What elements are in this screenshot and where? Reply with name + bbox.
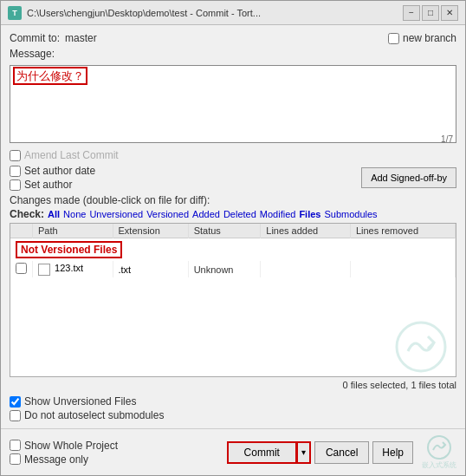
do-not-autoselect-checkbox[interactable]	[10, 410, 21, 421]
app-icon: T	[8, 6, 22, 20]
filter-submodules[interactable]: Submodules	[324, 209, 377, 219]
show-whole-project-checkbox[interactable]	[10, 440, 21, 451]
window-controls: − □ ✕	[403, 5, 458, 21]
amend-label: Amend Last Commit	[24, 149, 119, 161]
file-checkbox[interactable]	[16, 263, 27, 274]
row-status: Unknown	[188, 261, 261, 277]
minimize-button[interactable]: −	[403, 5, 420, 21]
check-label: Check:	[10, 208, 44, 220]
commit-btn-group: Commit ▾	[227, 441, 311, 464]
changes-title: Changes made (double-click on file for d…	[10, 194, 456, 206]
commit-to-row: Commit to: master new branch	[10, 32, 456, 44]
footer-left: Show Whole Project Message only	[10, 440, 222, 466]
help-button[interactable]: Help	[372, 441, 413, 464]
message-only-label: Message only	[24, 453, 88, 466]
not-versioned-label: Not Versioned Files	[16, 241, 122, 258]
dropdown-arrow: ▾	[301, 447, 306, 457]
set-author-date-checkbox[interactable]	[10, 166, 21, 177]
form-content: Commit to: master new branch Message: 为什…	[1, 25, 465, 428]
not-versioned-header: Not Versioned Files	[10, 238, 456, 262]
add-signed-off-button[interactable]: Add Signed-off-by	[361, 167, 456, 188]
window-title: C:\Users\chengjun\Desktop\demo\test - Co…	[27, 8, 403, 18]
show-unversioned-checkbox[interactable]	[10, 396, 21, 408]
filter-files[interactable]: Files	[299, 209, 320, 219]
amend-checkbox[interactable]	[10, 150, 21, 161]
changes-section: Changes made (double-click on file for d…	[10, 194, 456, 390]
files-summary: 0 files selected, 1 files total	[343, 380, 456, 390]
do-not-autoselect-row: Do not autoselect submodules	[10, 409, 456, 421]
cancel-button[interactable]: Cancel	[314, 441, 369, 464]
show-unversioned-row: Show Unversioned Files	[10, 395, 456, 408]
filter-deleted[interactable]: Deleted	[223, 209, 256, 219]
row-extension: .txt	[113, 261, 188, 277]
bottom-options: Show Unversioned Files Do not autoselect…	[10, 395, 456, 421]
title-bar: T C:\Users\chengjun\Desktop\demo\test - …	[1, 1, 465, 25]
maximize-button[interactable]: □	[422, 5, 439, 21]
amend-row: Amend Last Commit	[10, 149, 456, 161]
filter-unversioned[interactable]: Unversioned	[89, 209, 143, 219]
footer-buttons: Commit ▾ Cancel Help	[227, 441, 413, 464]
filter-modified[interactable]: Modified	[260, 209, 296, 219]
file-table: Path Extension Status Lines added Lines …	[10, 224, 456, 277]
file-table-container: Path Extension Status Lines added Lines …	[10, 223, 456, 377]
filter-versioned[interactable]: Versioned	[146, 209, 189, 219]
table-row[interactable]: 123.txt .txt Unknown	[10, 261, 456, 277]
do-not-autoselect-label: Do not autoselect submodules	[24, 409, 164, 421]
author-options: Set author date Set author	[10, 165, 95, 191]
message-container: 为什么修改？ 1/7	[10, 65, 456, 146]
filter-tabs: Check: All None Unversioned Versioned Ad…	[10, 208, 456, 220]
filter-none[interactable]: None	[63, 209, 86, 219]
row-path: 123.txt	[33, 261, 113, 277]
message-textarea[interactable]	[10, 65, 456, 143]
set-author-date-row: Set author date	[10, 165, 95, 177]
col-path: Path	[33, 224, 113, 238]
col-checkbox	[10, 224, 33, 238]
footer: Show Whole Project Message only Commit ▾…	[1, 428, 465, 475]
author-section: Set author date Set author Add Signed-of…	[10, 165, 456, 191]
message-only-checkbox[interactable]	[10, 453, 21, 465]
col-extension: Extension	[113, 224, 188, 238]
col-lines-added: Lines added	[261, 224, 351, 238]
row-lines-added	[261, 261, 351, 277]
table-header-row: Path Extension Status Lines added Lines …	[10, 224, 456, 238]
commit-to-value: master	[65, 32, 97, 44]
set-author-label: Set author	[24, 179, 72, 191]
set-author-date-label: Set author date	[24, 165, 95, 177]
set-author-row: Set author	[10, 179, 95, 191]
filter-all[interactable]: All	[48, 209, 60, 219]
watermark-icon	[395, 321, 447, 373]
svg-point-0	[397, 323, 445, 371]
new-branch-label: new branch	[403, 32, 456, 44]
main-window: T C:\Users\chengjun\Desktop\demo\test - …	[0, 0, 466, 476]
commit-button[interactable]: Commit	[227, 441, 297, 464]
show-whole-project-row: Show Whole Project	[10, 440, 222, 452]
col-lines-removed: Lines removed	[350, 224, 455, 238]
commit-to-label: Commit to:	[10, 32, 60, 44]
message-label: Message:	[10, 48, 456, 60]
set-author-checkbox[interactable]	[10, 179, 21, 191]
file-icon	[38, 264, 50, 276]
show-whole-project-label: Show Whole Project	[24, 440, 118, 452]
show-unversioned-label: Show Unversioned Files	[24, 395, 136, 408]
row-lines-removed	[350, 261, 455, 277]
new-branch-checkbox[interactable]	[388, 33, 399, 44]
filter-added[interactable]: Added	[192, 209, 220, 219]
row-checkbox-cell	[10, 261, 33, 277]
col-status: Status	[188, 224, 261, 238]
close-button[interactable]: ✕	[441, 5, 458, 21]
message-only-row: Message only	[10, 453, 222, 466]
footer-watermark: 嵌入式系统	[422, 434, 456, 470]
commit-dropdown-button[interactable]: ▾	[297, 441, 311, 464]
